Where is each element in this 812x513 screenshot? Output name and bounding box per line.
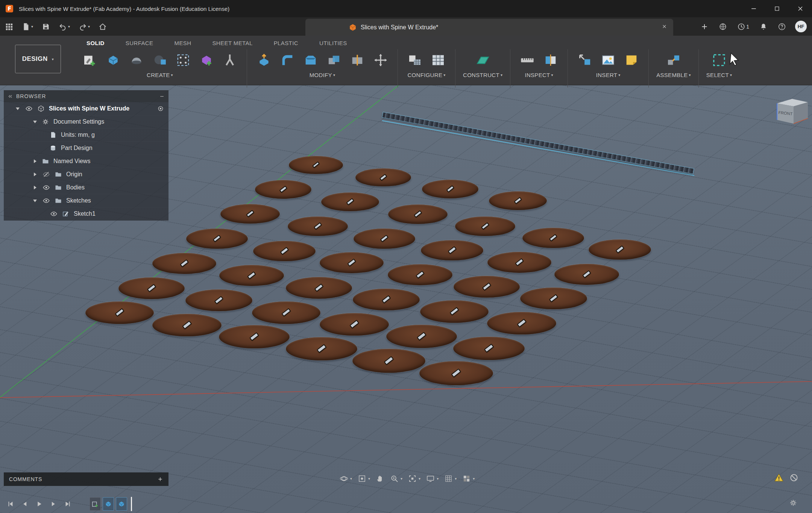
timeline-item-2[interactable] (103, 497, 114, 511)
timeline-item-3[interactable] (116, 497, 127, 511)
orbit-nav-button[interactable]: ▾ (338, 473, 353, 484)
browser-row-units-mm-g[interactable]: Units: mm, g (4, 129, 168, 142)
minimize-panel-icon[interactable] (159, 94, 165, 99)
no-entry-icon[interactable] (789, 473, 798, 482)
slice-disc[interactable] (589, 239, 651, 260)
group-label-select[interactable]: SELECT▾ (706, 72, 732, 78)
browser-row-origin[interactable]: Origin (4, 168, 168, 181)
slice-disc[interactable] (388, 204, 448, 224)
slice-disc[interactable] (421, 240, 483, 261)
group-label-modify[interactable]: MODIFY▾ (310, 72, 335, 78)
extrude-tool[interactable] (104, 51, 123, 70)
close-tab-icon[interactable] (662, 24, 667, 29)
collapse-panel-icon[interactable] (8, 94, 13, 99)
save-button[interactable] (41, 21, 51, 32)
shell-tool[interactable] (301, 51, 320, 70)
clock-button[interactable]: 1 (736, 21, 750, 32)
pan-nav-button[interactable] (375, 473, 386, 484)
step-back-button[interactable] (20, 499, 29, 508)
ribbon-tab-utilities[interactable]: UTILITIES (319, 39, 348, 47)
slice-disc[interactable] (487, 252, 551, 273)
slice-disc[interactable] (219, 325, 290, 348)
app-grid-button[interactable] (4, 21, 14, 32)
slice-disc[interactable] (520, 288, 587, 310)
skip-start-button[interactable] (6, 499, 15, 508)
play-button[interactable] (35, 499, 44, 508)
plane-tool[interactable] (474, 51, 492, 70)
slice-disc[interactable] (354, 229, 415, 249)
slice-disc[interactable] (320, 252, 384, 273)
slice-disc[interactable] (252, 301, 320, 324)
slice-disc[interactable] (220, 204, 280, 224)
joint-tool[interactable] (664, 51, 683, 70)
user-avatar[interactable]: HF (795, 21, 807, 32)
slice-disc[interactable] (489, 191, 547, 210)
slice-disc[interactable] (186, 229, 248, 249)
slice-disc[interactable] (487, 312, 556, 335)
caret-down-icon[interactable] (13, 105, 23, 112)
form-tool[interactable] (197, 51, 216, 70)
slice-disc[interactable] (118, 277, 185, 299)
timeline-position-marker[interactable] (131, 497, 132, 511)
timeline-item-1[interactable] (90, 497, 101, 511)
slice-disc[interactable] (352, 349, 425, 373)
slice-disc[interactable] (286, 337, 357, 361)
file-button[interactable]: ▾ (21, 21, 34, 32)
sphere-tool[interactable] (150, 51, 169, 70)
pattern-tool[interactable] (174, 51, 193, 70)
slice-disc[interactable] (321, 192, 379, 212)
slice-disc[interactable] (219, 265, 284, 286)
slice-disc[interactable] (353, 289, 420, 311)
combine-tool[interactable] (325, 51, 343, 70)
slice-disc[interactable] (554, 264, 619, 285)
slice-disc[interactable] (453, 337, 525, 360)
skip-end-button[interactable] (63, 499, 72, 508)
visibility-toggle-icon[interactable] (47, 210, 60, 218)
display-nav-button[interactable]: ▾ (425, 473, 440, 484)
fit-nav-button[interactable]: ▾ (407, 473, 422, 484)
slice-disc[interactable] (422, 180, 478, 198)
browser-row-part-design[interactable]: Part Design (4, 142, 168, 155)
slice-disc[interactable] (419, 361, 493, 386)
visibility-toggle-icon[interactable] (40, 171, 53, 178)
close-button[interactable] (789, 0, 812, 17)
minimize-button[interactable] (742, 0, 765, 17)
slice-disc[interactable] (320, 313, 389, 336)
decal-tool[interactable] (622, 51, 641, 70)
split-tool[interactable] (348, 51, 367, 70)
move-tool[interactable] (371, 51, 390, 70)
slice-disc[interactable] (454, 276, 520, 298)
browser-row-slices-with-spine-w-extrude[interactable]: Slices with Spine W Extrude (4, 102, 168, 115)
slice-disc[interactable] (85, 301, 154, 324)
browser-row-bodies[interactable]: Bodies (4, 181, 168, 194)
caret-right-icon[interactable] (30, 186, 40, 189)
comments-bar[interactable]: COMMENTS (4, 472, 168, 486)
view-cube[interactable]: FRONT (770, 92, 812, 130)
slice-disc[interactable] (289, 156, 343, 174)
slice-disc[interactable] (185, 289, 252, 312)
browser-row-document-settings[interactable]: Document Settings (4, 115, 168, 129)
create-sketch-tool[interactable] (80, 51, 99, 70)
visibility-toggle-icon[interactable] (40, 197, 53, 204)
section-tool[interactable] (541, 51, 560, 70)
slice-disc[interactable] (152, 253, 216, 274)
derive-tool[interactable] (575, 51, 594, 70)
slice-disc[interactable] (420, 300, 489, 323)
slice-disc[interactable] (522, 228, 584, 248)
generative-tool[interactable] (220, 51, 239, 70)
maximize-button[interactable] (765, 0, 789, 17)
globe-button[interactable] (718, 21, 728, 32)
ribbon-tab-plastic[interactable]: PLASTIC (273, 39, 299, 47)
caret-down-icon[interactable] (30, 197, 40, 204)
redo-button[interactable]: ▾ (77, 21, 91, 32)
config-table-tool[interactable] (429, 51, 448, 70)
home-button[interactable] (97, 21, 108, 32)
plus-button[interactable] (699, 21, 710, 32)
ribbon-tab-solid[interactable]: SOLID (86, 39, 105, 47)
ribbon-tab-sheet-metal[interactable]: SHEET METAL (211, 39, 253, 47)
lookat-nav-button[interactable]: ▾ (357, 473, 371, 484)
workspace-selector[interactable]: DESIGN ▾ (15, 45, 61, 73)
press-pull-tool[interactable] (255, 51, 273, 70)
undo-button[interactable]: ▾ (58, 21, 71, 32)
group-label-create[interactable]: CREATE▾ (147, 72, 173, 78)
